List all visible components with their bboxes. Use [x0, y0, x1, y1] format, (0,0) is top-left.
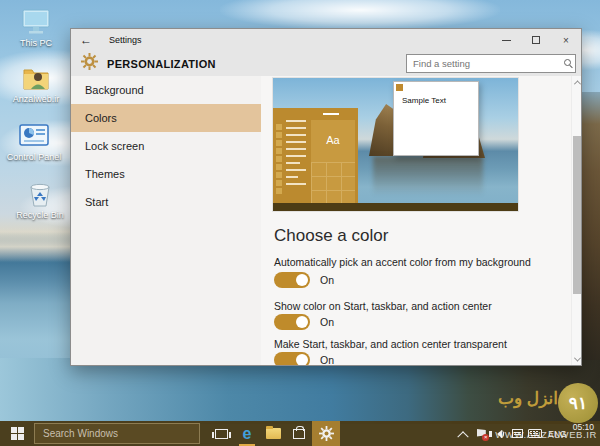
desktop-icon-label: Anzalweb.ir — [8, 94, 64, 104]
desktop-icon-recycle-bin[interactable]: Recycle Bin — [12, 176, 68, 220]
scrollbar-thumb[interactable] — [573, 136, 581, 294]
page-title: PERSONALIZATION — [107, 58, 406, 70]
minimize-button[interactable] — [491, 29, 521, 51]
user-folder-icon — [8, 60, 64, 92]
toggle-label-show-color: Show color on Start, taskbar, and action… — [274, 300, 492, 312]
toggle-show-color: On — [274, 314, 334, 330]
sidebar-item-lock-screen[interactable]: Lock screen — [71, 132, 261, 160]
preview-start-menu: Aa — [273, 108, 358, 203]
task-view-button[interactable] — [208, 421, 234, 446]
gear-icon — [81, 53, 98, 74]
control-panel-icon — [6, 118, 62, 150]
content-scrollbar[interactable] — [571, 76, 581, 365]
desktop: This PC Anzalweb.ir Control Panel Recycl… — [0, 0, 600, 446]
folder-icon — [266, 428, 281, 439]
sidebar-item-start[interactable]: Start — [71, 188, 261, 216]
sidebar-item-background[interactable]: Background — [71, 76, 261, 104]
window-titlebar: ← Settings × — [71, 29, 581, 51]
sample-window-text: Sample Text — [402, 96, 446, 105]
color-preview: Aa Sample Text — [273, 78, 518, 211]
store-button[interactable] — [286, 421, 312, 446]
window-title: Settings — [109, 35, 491, 45]
cliff-rock — [582, 92, 600, 360]
watermark-site-name: انزل وب — [498, 388, 558, 409]
scroll-up-icon[interactable] — [572, 76, 582, 88]
edge-button[interactable]: e — [234, 421, 260, 446]
choose-color-heading: Choose a color — [274, 226, 388, 246]
settings-window: ← Settings × — [70, 28, 582, 366]
close-button[interactable]: × — [551, 29, 581, 51]
toggle-switch[interactable] — [274, 352, 310, 365]
file-explorer-button[interactable] — [260, 421, 286, 446]
desktop-icon-label: Control Panel — [6, 152, 62, 162]
toggle-state: On — [320, 354, 334, 365]
settings-taskbar-button[interactable] — [312, 421, 340, 446]
watermark-logo: ٩١ — [558, 383, 598, 423]
toggle-label-transparent: Make Start, taskbar, and action center t… — [274, 338, 507, 350]
edge-icon: e — [243, 426, 252, 442]
desktop-icon-label: Recycle Bin — [12, 210, 68, 220]
sample-window-accent-square — [396, 84, 403, 91]
toggle-label-accent-color: Automatically pick an accent color from … — [274, 256, 531, 268]
aa-tile-label: Aa — [311, 134, 355, 146]
maximize-button[interactable] — [521, 29, 551, 51]
store-icon — [293, 429, 305, 439]
taskbar-search-placeholder: Search Windows — [35, 428, 118, 439]
cloud-decoration — [220, 0, 500, 30]
settings-search-box[interactable] — [406, 54, 576, 73]
this-pc-icon — [8, 4, 64, 36]
sidebar-item-themes[interactable]: Themes — [71, 160, 261, 188]
settings-sidebar: Background Colors Lock screen Themes Sta… — [71, 76, 261, 365]
security-notification-button[interactable]: × — [472, 421, 490, 446]
desktop-icon-user-folder[interactable]: Anzalweb.ir — [8, 60, 64, 104]
desktop-icon-label: This PC — [8, 38, 64, 48]
toggle-transparent: On — [274, 352, 334, 365]
settings-gear-icon — [319, 426, 334, 441]
task-view-icon — [215, 429, 228, 439]
toggle-state: On — [320, 274, 334, 286]
preview-sample-window: Sample Text — [393, 81, 479, 156]
show-hidden-icons-button[interactable] — [454, 421, 472, 446]
toggle-state: On — [320, 316, 334, 328]
toggle-switch[interactable] — [274, 314, 310, 330]
windows-logo-icon — [11, 427, 24, 440]
settings-search-input[interactable] — [407, 56, 555, 71]
watermark-url: WWW.ANZALWEB.IR — [495, 429, 597, 440]
back-button[interactable]: ← — [71, 33, 101, 47]
preview-rock-reflection — [373, 156, 483, 196]
settings-content: Aa Sample Text Choose a color Automatica… — [261, 76, 571, 365]
start-button[interactable] — [0, 421, 34, 446]
toggle-switch[interactable] — [274, 272, 310, 288]
recycle-bin-icon — [12, 176, 68, 208]
search-icon[interactable] — [564, 59, 571, 66]
chevron-up-icon — [458, 431, 469, 442]
sidebar-item-colors[interactable]: Colors — [71, 104, 261, 132]
desktop-icon-this-pc[interactable]: This PC — [8, 4, 64, 48]
scroll-down-icon[interactable] — [572, 353, 582, 365]
taskbar-search-box[interactable]: Search Windows — [34, 423, 200, 444]
desktop-icon-control-panel[interactable]: Control Panel — [6, 118, 62, 162]
toggle-accent-color: On — [274, 272, 334, 288]
preview-taskbar — [273, 203, 518, 211]
preview-aa-tile: Aa — [311, 120, 355, 203]
page-header: PERSONALIZATION — [71, 51, 581, 76]
